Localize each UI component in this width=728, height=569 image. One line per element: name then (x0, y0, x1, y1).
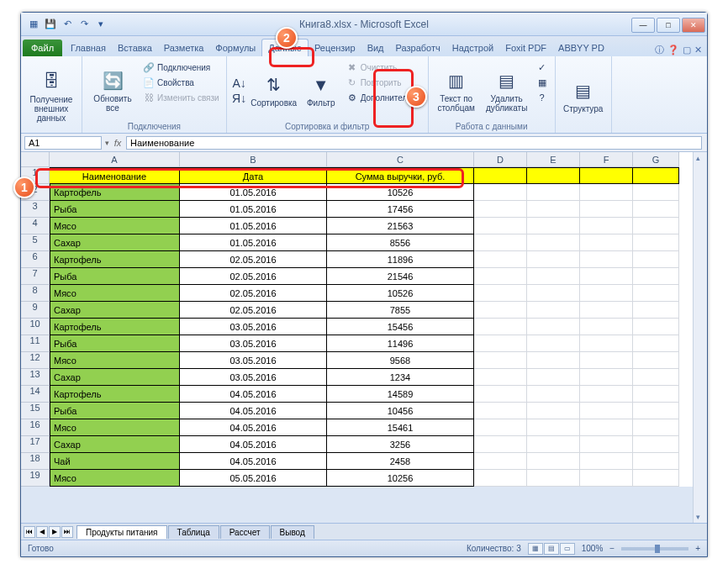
name-box[interactable]: A1 (24, 136, 102, 150)
col-header[interactable]: B (180, 152, 327, 167)
tab-foxit[interactable]: Foxit PDF (499, 40, 552, 56)
empty-cell[interactable] (580, 184, 633, 201)
redo-icon[interactable]: ↷ (76, 17, 92, 32)
empty-cell[interactable] (633, 234, 679, 251)
normal-view-icon[interactable]: ▦ (528, 543, 543, 555)
empty-cell[interactable] (474, 453, 527, 470)
empty-cell[interactable] (633, 352, 679, 369)
empty-cell[interactable] (580, 386, 633, 403)
empty-cell[interactable] (580, 167, 633, 184)
row-header[interactable]: 10 (21, 319, 50, 335)
empty-cell[interactable] (527, 234, 580, 251)
empty-cell[interactable] (580, 234, 633, 251)
empty-cell[interactable] (633, 251, 679, 268)
whatif-button[interactable]: ? (535, 91, 550, 104)
data-cell[interactable]: 04.05.2016 (180, 436, 327, 453)
close-button[interactable]: ✕ (682, 18, 705, 33)
row-header[interactable]: 19 (21, 470, 50, 487)
empty-cell[interactable] (580, 436, 633, 453)
data-cell[interactable]: 01.05.2016 (180, 201, 327, 218)
col-header[interactable]: E (527, 152, 580, 167)
empty-cell[interactable] (474, 319, 527, 335)
zoom-level[interactable]: 100% (582, 544, 604, 553)
data-cell[interactable]: Картофель (50, 386, 180, 403)
clear-filter-button[interactable]: ✖Очистить (345, 61, 423, 74)
external-data-button[interactable]: 🗄 Получение внешних данных (26, 59, 76, 131)
validation-button[interactable]: ✓ (535, 61, 550, 74)
tab-last-icon[interactable]: ⏭ (61, 526, 73, 538)
row-header[interactable]: 8 (21, 285, 50, 302)
data-cell[interactable]: 11496 (327, 335, 474, 352)
empty-cell[interactable] (633, 268, 679, 285)
minimize-button[interactable]: — (631, 18, 655, 33)
sort-button[interactable]: ⇅ Сортировка (251, 59, 298, 120)
empty-cell[interactable] (527, 352, 580, 369)
empty-cell[interactable] (633, 470, 679, 487)
row-header[interactable]: 13 (21, 369, 50, 386)
row-header[interactable]: 9 (21, 302, 50, 319)
empty-cell[interactable] (527, 335, 580, 352)
data-cell[interactable]: 3256 (327, 436, 474, 453)
empty-cell[interactable] (580, 335, 633, 352)
maximize-button[interactable]: □ (657, 18, 680, 33)
row-header[interactable]: 18 (21, 453, 50, 470)
header-cell[interactable]: Наименование (50, 167, 180, 184)
tab-addins[interactable]: Надстрой (446, 40, 499, 56)
empty-cell[interactable] (580, 268, 633, 285)
properties-button[interactable]: 📄Свойства (141, 76, 221, 89)
sheet-tab[interactable]: Вывод (271, 525, 314, 539)
data-cell[interactable]: 9568 (327, 352, 474, 369)
tab-home[interactable]: Главная (65, 40, 112, 56)
filter-button[interactable]: ▼ Фильтр (301, 59, 341, 120)
empty-cell[interactable] (633, 218, 679, 234)
tab-first-icon[interactable]: ⏮ (24, 526, 35, 538)
empty-cell[interactable] (527, 453, 580, 470)
empty-cell[interactable] (633, 167, 679, 184)
empty-cell[interactable] (580, 319, 633, 335)
data-cell[interactable]: 01.05.2016 (180, 234, 327, 251)
connections-button[interactable]: 🔗Подключения (141, 61, 221, 74)
empty-cell[interactable] (580, 201, 633, 218)
tab-prev-icon[interactable]: ◀ (36, 526, 48, 538)
empty-cell[interactable] (633, 386, 679, 403)
data-cell[interactable]: 10256 (327, 470, 474, 487)
zoom-slider[interactable] (621, 547, 688, 551)
empty-cell[interactable] (580, 218, 633, 234)
data-cell[interactable]: Мясо (50, 218, 180, 234)
empty-cell[interactable] (633, 369, 679, 386)
empty-cell[interactable] (527, 302, 580, 319)
col-header[interactable]: D (474, 152, 527, 167)
empty-cell[interactable] (527, 184, 580, 201)
data-cell[interactable]: 05.05.2016 (180, 470, 327, 487)
empty-cell[interactable] (527, 268, 580, 285)
data-cell[interactable]: 03.05.2016 (180, 335, 327, 352)
data-cell[interactable]: Сахар (50, 302, 180, 319)
col-header[interactable]: C (327, 152, 474, 167)
empty-cell[interactable] (474, 386, 527, 403)
data-cell[interactable]: 04.05.2016 (180, 403, 327, 419)
data-cell[interactable]: Картофель (50, 319, 180, 335)
empty-cell[interactable] (527, 319, 580, 335)
empty-cell[interactable] (474, 218, 527, 234)
empty-cell[interactable] (474, 234, 527, 251)
data-cell[interactable]: Рыба (50, 335, 180, 352)
data-cell[interactable]: 10526 (327, 184, 474, 201)
row-header[interactable]: 11 (21, 335, 50, 352)
data-cell[interactable]: 04.05.2016 (180, 453, 327, 470)
data-cell[interactable]: 15461 (327, 419, 474, 436)
data-cell[interactable]: 21546 (327, 268, 474, 285)
data-cell[interactable]: 21563 (327, 218, 474, 234)
file-tab[interactable]: Файл (23, 40, 62, 56)
empty-cell[interactable] (633, 302, 679, 319)
data-cell[interactable]: 02.05.2016 (180, 285, 327, 302)
empty-cell[interactable] (474, 419, 527, 436)
empty-cell[interactable] (474, 436, 527, 453)
empty-cell[interactable] (633, 453, 679, 470)
empty-cell[interactable] (527, 386, 580, 403)
data-cell[interactable]: 02.05.2016 (180, 302, 327, 319)
empty-cell[interactable] (527, 403, 580, 419)
data-cell[interactable]: 14589 (327, 386, 474, 403)
data-cell[interactable]: Рыба (50, 201, 180, 218)
empty-cell[interactable] (474, 251, 527, 268)
empty-cell[interactable] (580, 419, 633, 436)
